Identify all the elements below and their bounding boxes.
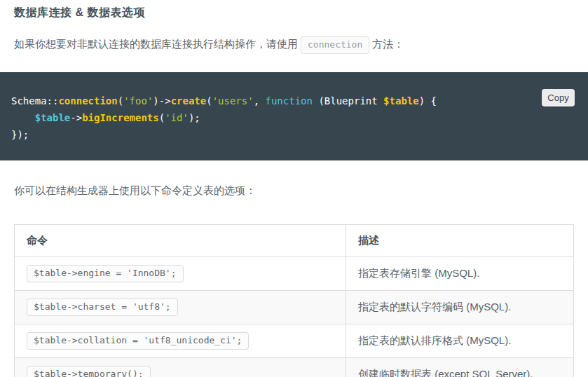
table-row: $table->temporary();创建临时数据表 (except SQL … — [15, 357, 574, 377]
intro-text-before: 如果你想要对非默认连接的数据库连接执行结构操作，请使用 — [14, 38, 298, 50]
code-line: $table->bigIncrements('id'); — [11, 109, 577, 126]
intro-paragraph: 如果你想要对非默认连接的数据库连接执行结构操作，请使用connection方法： — [0, 36, 588, 54]
code-lines: Schema::connection('foo')->create('users… — [11, 92, 577, 143]
code-line: }); — [11, 126, 577, 143]
description-cell: 创建临时数据表 (except SQL Server). — [346, 357, 574, 377]
description-cell: 指定表的默认排序格式 (MySQL). — [346, 324, 574, 357]
table-row: $table->engine = 'InnoDB';指定表存储引擎 (MySQL… — [15, 256, 574, 290]
command-cell: $table->temporary(); — [15, 357, 346, 377]
options-table: 命令 描述 $table->engine = 'InnoDB';指定表存储引擎 … — [14, 224, 574, 377]
command-cell: $table->engine = 'InnoDB'; — [15, 256, 346, 290]
command-cell: $table->charset = 'utf8'; — [15, 290, 346, 324]
code-line: Schema::connection('foo')->create('users… — [11, 92, 577, 109]
table-row: $table->collation = 'utf8_unicode_ci';指定… — [15, 324, 574, 357]
table-intro-paragraph: 你可以在结构生成器上使用以下命令定义表的选项： — [0, 182, 588, 199]
header-row: 命令 描述 — [15, 224, 574, 256]
docs-page: 数据库连接 & 数据表选项 如果你想要对非默认连接的数据库连接执行结构操作，请使… — [0, 0, 588, 377]
options-table-header: 命令 描述 — [15, 224, 574, 256]
command-code: $table->collation = 'utf8_unicode_ci'; — [27, 332, 249, 350]
command-code: $table->temporary(); — [27, 366, 151, 377]
intro-text-after: 方法： — [372, 38, 404, 50]
description-cell: 指定表存储引擎 (MySQL). — [346, 256, 574, 290]
command-code: $table->engine = 'InnoDB'; — [27, 265, 184, 282]
command-cell: $table->collation = 'utf8_unicode_ci'; — [15, 324, 346, 357]
copy-button[interactable]: Copy — [542, 89, 575, 107]
column-header-description: 描述 — [346, 224, 574, 256]
options-table-body: $table->engine = 'InnoDB';指定表存储引擎 (MySQL… — [15, 256, 574, 377]
table-row: $table->charset = 'utf8';指定表的默认字符编码 (MyS… — [15, 290, 574, 324]
command-code: $table->charset = 'utf8'; — [27, 299, 178, 316]
description-cell: 指定表的默认字符编码 (MySQL). — [346, 290, 574, 324]
inline-code-connection: connection — [301, 36, 369, 54]
column-header-command: 命令 — [15, 224, 346, 256]
code-block: Schema::connection('foo')->create('users… — [0, 72, 588, 160]
page-title: 数据库连接 & 数据表选项 — [0, 0, 588, 20]
